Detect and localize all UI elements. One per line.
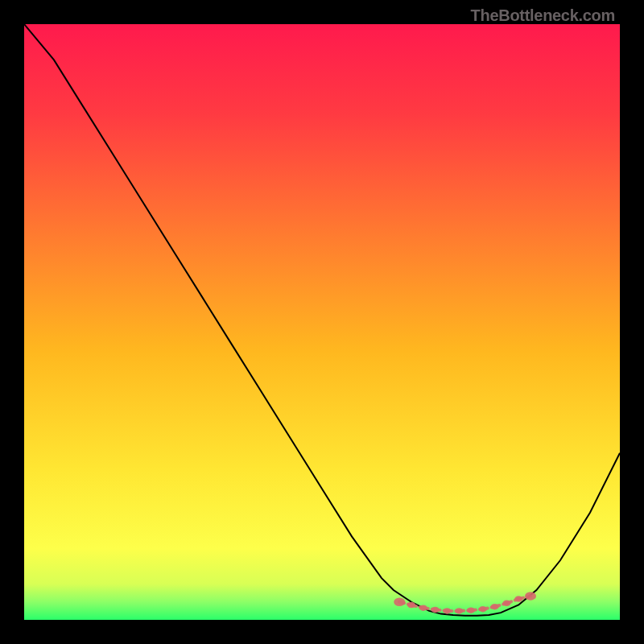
gradient-background bbox=[24, 24, 620, 620]
optimal-dash bbox=[471, 609, 483, 610]
plot-area bbox=[24, 24, 620, 620]
optimal-dash bbox=[436, 609, 448, 610]
optimal-dash bbox=[459, 610, 471, 611]
chart-svg bbox=[24, 24, 620, 620]
optimal-dash bbox=[423, 608, 436, 609]
chart-container: TheBottleneck.com bbox=[0, 0, 644, 644]
watermark-text: TheBottleneck.com bbox=[471, 6, 615, 25]
